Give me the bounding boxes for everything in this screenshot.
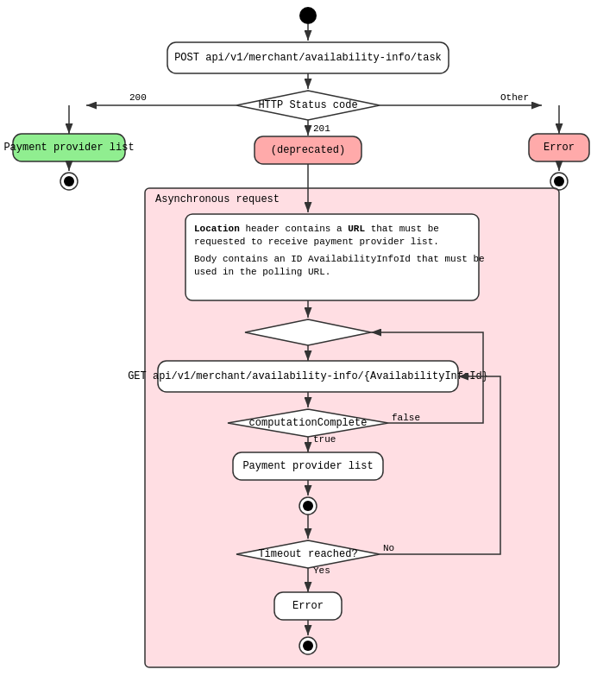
start-node bbox=[299, 7, 317, 24]
info-text-line1: Location header contains a URL that must… bbox=[194, 224, 439, 234]
label-true: true bbox=[313, 434, 336, 445]
async-label: Asynchronous request bbox=[155, 193, 280, 205]
end-200-inner bbox=[64, 176, 74, 186]
computation-label: computationComplete bbox=[249, 417, 368, 429]
diagram-container: POST api/v1/merchant/availability-info/t… bbox=[0, 0, 616, 682]
label-yes: Yes bbox=[313, 565, 330, 576]
label-other: Other bbox=[500, 92, 529, 103]
info-text-line3: Body contains an ID AvailabilityInfoId t… bbox=[194, 254, 485, 264]
label-201: 201 bbox=[313, 123, 330, 134]
error-right-label: Error bbox=[544, 142, 575, 154]
end-async-inner bbox=[303, 501, 313, 511]
end-final-inner bbox=[303, 641, 313, 651]
label-false: false bbox=[392, 413, 420, 423]
error-bottom-label: Error bbox=[292, 600, 324, 612]
info-text-line2: requested to receive payment provider li… bbox=[194, 237, 439, 247]
info-text-line4: used in the polling URL. bbox=[194, 267, 330, 277]
payment-provider-200-label: Payment provider list bbox=[3, 142, 134, 154]
label-no: No bbox=[383, 543, 394, 553]
get-poll-label: GET api/v1/merchant/availability-info/{A… bbox=[128, 370, 488, 382]
http-status-label: HTTP Status code bbox=[258, 99, 357, 111]
end-other-inner bbox=[554, 176, 564, 186]
timeout-label: Timeout reached? bbox=[258, 548, 357, 560]
deprecated-label: (deprecated) bbox=[271, 144, 345, 156]
post-task-label: POST api/v1/merchant/availability-info/t… bbox=[174, 52, 442, 64]
label-200: 200 bbox=[129, 92, 147, 103]
payment-provider-async-label: Payment provider list bbox=[242, 460, 373, 472]
